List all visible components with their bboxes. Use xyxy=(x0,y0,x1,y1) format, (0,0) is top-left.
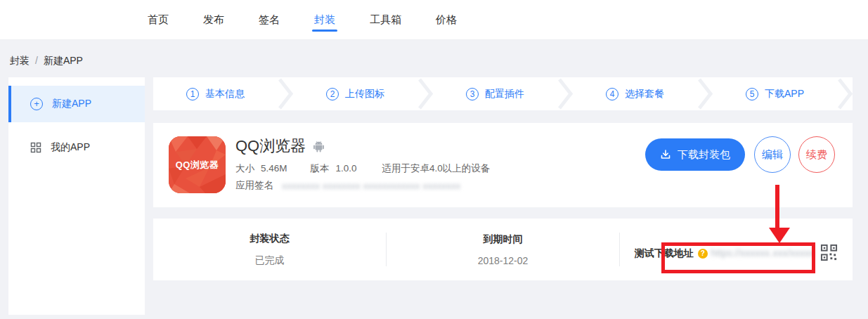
app-meta: 大小5.46M版本1.0.0适用于安卓4.0以上的设备 xyxy=(235,162,490,175)
status-col-expiry: 到期时间 2018-12-02 xyxy=(387,233,619,266)
compatibility-text: 适用于安卓4.0以上的设备 xyxy=(382,163,491,174)
version-value: 1.0.0 xyxy=(336,163,357,174)
help-icon[interactable]: ? xyxy=(698,249,708,259)
sidebar-item-my-app[interactable]: 我的APP xyxy=(8,129,145,166)
step-wizard: 1 基本信息 2 上传图标 3 配置插件 4 选择套餐 5 下载APP xyxy=(153,77,853,110)
status-card: 封装状态 已完成 到期时间 2018-12-02 测试下载地址 ? https:… xyxy=(153,219,853,280)
nav-item-package[interactable]: 封装 xyxy=(314,0,335,39)
nav-item-toolbox[interactable]: 工具箱 xyxy=(370,0,401,39)
breadcrumb-current: 新建APP xyxy=(44,55,83,66)
step-label: 基本信息 xyxy=(205,88,245,100)
step-number-badge: 1 xyxy=(186,88,199,100)
step-number-badge: 4 xyxy=(606,88,618,100)
step-label: 上传图标 xyxy=(345,88,384,100)
signature-label: 应用签名 xyxy=(235,179,273,192)
download-icon xyxy=(660,149,671,160)
test-url-label: 测试下载地址 xyxy=(635,247,694,260)
sidebar-item-label: 我的APP xyxy=(51,141,90,154)
sidebar-item-label: 新建APP xyxy=(52,98,91,110)
download-button-label: 下载封装包 xyxy=(678,148,730,162)
package-state-value: 已完成 xyxy=(153,254,386,267)
chevron-right-icon xyxy=(697,77,713,110)
step-number-badge: 2 xyxy=(326,88,339,100)
qr-code-icon[interactable] xyxy=(820,244,838,261)
step-upload-icon[interactable]: 2 上传图标 xyxy=(293,88,417,100)
step-number-badge: 3 xyxy=(466,88,479,100)
app-info-card: QQ浏览器 QQ浏览器 大小5.46M版本1.0.0适用于安卓4.0以上的设备 … xyxy=(153,123,853,207)
app-signature: 应用签名 xxxxxxxx xxxxxxxx xxxxxxxxxxxx xxxx… xyxy=(235,179,460,192)
breadcrumb-separator: / xyxy=(35,55,38,66)
app-icon-label: QQ浏览器 xyxy=(169,158,226,171)
step-select-plan[interactable]: 4 选择套餐 xyxy=(573,88,697,100)
app-name: QQ浏览器 xyxy=(235,136,306,157)
expiry-label: 到期时间 xyxy=(387,233,619,246)
size-value: 5.46M xyxy=(261,163,287,174)
step-number-badge: 5 xyxy=(746,88,758,100)
status-col-test-url: 测试下载地址 ? https://xxxxxx.xxx/xxxxx xyxy=(620,237,853,261)
test-url-value-redacted[interactable]: https://xxxxxx.xxx/xxxxx xyxy=(711,247,815,259)
package-state-label: 封装状态 xyxy=(153,233,386,245)
signature-value-redacted: xxxxxxxx xxxxxxxx xxxxxxxxxxxx xxxxxxxx xyxy=(282,181,460,191)
sidebar-item-new-app[interactable]: 新建APP xyxy=(8,86,145,122)
step-download-app[interactable]: 5 下载APP xyxy=(713,88,837,100)
nav-item-signature[interactable]: 签名 xyxy=(259,0,280,39)
nav-item-pricing[interactable]: 价格 xyxy=(436,0,457,39)
renew-button[interactable]: 续费 xyxy=(798,136,835,173)
size-label: 大小 xyxy=(235,163,254,174)
breadcrumb: 封装/新建APP xyxy=(10,55,83,67)
step-label: 配置插件 xyxy=(485,88,524,100)
sidebar: 新建APP 我的APP xyxy=(8,77,145,315)
nav-item-publish[interactable]: 发布 xyxy=(203,0,224,39)
expiry-value: 2018-12-02 xyxy=(387,255,619,266)
nav-item-home[interactable]: 首页 xyxy=(148,0,169,39)
step-label: 选择套餐 xyxy=(625,88,664,100)
chevron-right-icon xyxy=(417,77,433,110)
top-nav: 首页 发布 签名 封装 工具箱 价格 xyxy=(0,0,868,40)
edit-button[interactable]: 编辑 xyxy=(754,136,791,173)
app-icon: QQ浏览器 xyxy=(169,136,226,193)
breadcrumb-section[interactable]: 封装 xyxy=(10,55,30,66)
step-basic-info[interactable]: 1 基本信息 xyxy=(153,88,278,100)
chevron-right-icon xyxy=(557,77,573,110)
android-icon xyxy=(312,140,325,153)
step-label: 下载APP xyxy=(765,88,804,100)
plus-circle-icon xyxy=(30,98,43,110)
chevron-right-icon xyxy=(837,77,853,110)
download-package-button[interactable]: 下载封装包 xyxy=(645,138,745,171)
chevron-right-icon xyxy=(278,77,293,110)
grid-icon xyxy=(30,142,41,153)
status-col-package-state: 封装状态 已完成 xyxy=(153,233,386,267)
step-configure-plugins[interactable]: 3 配置插件 xyxy=(433,88,557,100)
version-label: 版本 xyxy=(311,163,330,174)
